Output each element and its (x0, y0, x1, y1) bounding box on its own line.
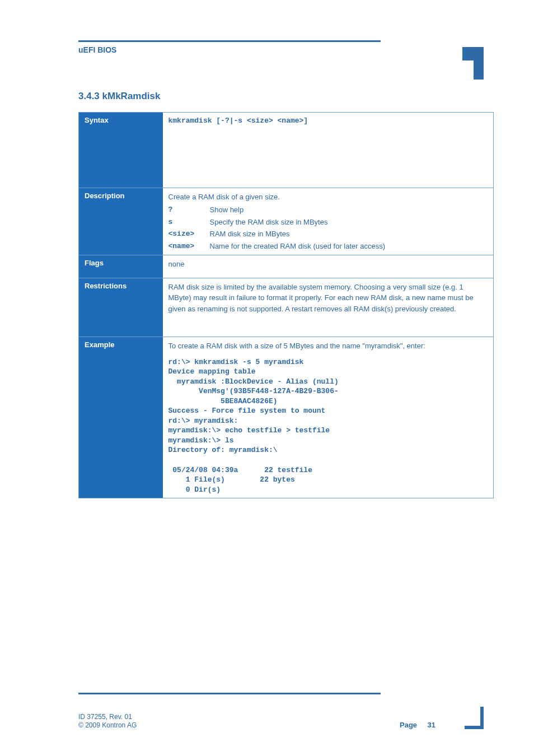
footer-copyright: © 2009 Kontron AG (78, 721, 137, 729)
table-row: ExampleTo create a RAM disk with a size … (79, 337, 494, 498)
option-row: <size>RAM disk size in MBytes (168, 228, 488, 240)
row-label: Description (79, 188, 163, 255)
header-rule (78, 40, 381, 42)
option-row: ?Show help (168, 204, 488, 216)
option-value: Name for the created RAM disk (used for … (210, 241, 488, 252)
table-row: Flagsnone (79, 255, 494, 278)
table-row: RestrictionsRAM disk size is limited by … (79, 278, 494, 337)
example-intro: To create a RAM disk with a size of 5 MB… (168, 340, 488, 352)
option-value: Show help (210, 204, 488, 216)
header-title: uEFI BIOS (78, 45, 381, 54)
plain-text: RAM disk size is limited by the availabl… (168, 282, 488, 315)
footer-corner-mark (450, 698, 484, 729)
table-row: DescriptionCreate a RAM disk of a given … (79, 188, 494, 255)
option-row: <name>Name for the created RAM disk (use… (168, 241, 488, 252)
example-code: rd:\> kmkramdisk -s 5 myramdisk Device m… (168, 357, 488, 495)
row-label: Syntax (79, 113, 163, 188)
option-row: sSpecify the RAM disk size in MBytes (168, 217, 488, 228)
footer-id: ID 37255, Rev. 01 (78, 713, 137, 721)
option-key: <name> (168, 241, 210, 252)
footer-rule (78, 693, 381, 694)
row-content: To create a RAM disk with a size of 5 MB… (163, 337, 494, 498)
row-content: Create a RAM disk of a given size.?Show … (163, 188, 494, 255)
option-key: <size> (168, 228, 210, 240)
command-table: Syntaxkmkramdisk [-?|-s <size> <name>]De… (78, 112, 494, 498)
option-value: Specify the RAM disk size in MBytes (210, 217, 488, 228)
desc-intro: Create a RAM disk of a given size. (168, 192, 488, 203)
footer-page-number: 31 (428, 721, 435, 729)
row-label: Flags (79, 255, 163, 278)
option-key: s (168, 217, 210, 228)
row-label: Example (79, 337, 163, 498)
option-value: RAM disk size in MBytes (210, 228, 488, 240)
row-label: Restrictions (79, 278, 163, 337)
logo-corner (444, 37, 484, 71)
table-row: Syntaxkmkramdisk [-?|-s <size> <name>] (79, 113, 494, 188)
option-key: ? (168, 204, 210, 216)
plain-text: none (168, 259, 488, 270)
section-title: 3.4.3 kMkRamdisk (78, 91, 484, 102)
row-content: kmkramdisk [-?|-s <size> <name>] (163, 113, 494, 188)
syntax-code: kmkramdisk [-?|-s <size> <name>] (168, 116, 488, 126)
footer-page-label: Page (400, 721, 417, 729)
row-content: none (163, 255, 494, 278)
row-content: RAM disk size is limited by the availabl… (163, 278, 494, 337)
